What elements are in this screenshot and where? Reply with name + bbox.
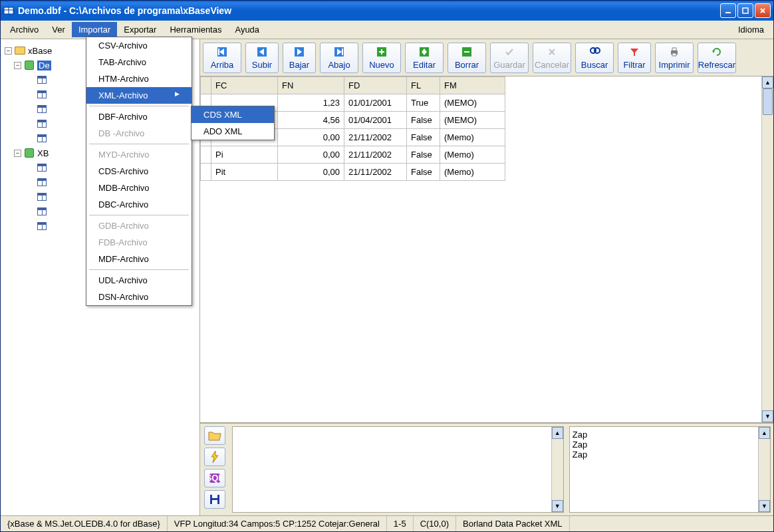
status-format: Borland Data Packet XML <box>456 516 570 531</box>
menu-fdb: FDB-Archivo <box>86 234 192 251</box>
menu-dbf[interactable]: DBF-Archivo <box>86 108 192 125</box>
svg-marker-33 <box>209 432 221 440</box>
menu-xml[interactable]: XML-Archivo <box>86 87 192 104</box>
btn-abajo[interactable]: Abajo <box>320 43 358 73</box>
menu-separator <box>89 144 189 144</box>
table-icon <box>37 118 47 129</box>
menu-htm[interactable]: HTM-Archivo <box>86 70 192 87</box>
menu-separator <box>89 215 189 215</box>
tree-root[interactable]: xBase <box>28 46 52 56</box>
app-icon <box>3 5 14 16</box>
grid-scrollbar[interactable]: ▲ ▼ <box>761 76 773 422</box>
svg-marker-28 <box>630 49 638 56</box>
btn-bajar[interactable]: Bajar <box>283 43 316 73</box>
btn-execute[interactable] <box>204 448 225 466</box>
menu-ayuda[interactable]: Ayuda <box>228 22 266 37</box>
xml-submenu: CDS XML ADO XML <box>191 106 275 140</box>
menu-herramientas[interactable]: Herramientas <box>163 22 228 37</box>
col-fc[interactable]: FC <box>211 77 278 94</box>
table-icon <box>37 74 47 85</box>
menu-tab[interactable]: TAB-Archivo <box>86 54 192 70</box>
menu-separator <box>89 106 189 106</box>
btn-borrar[interactable]: Borrar <box>448 43 486 73</box>
col-fl[interactable]: FL <box>407 77 440 94</box>
scroll-down-icon[interactable]: ▼ <box>762 410 773 422</box>
query-pane[interactable]: ▲▼ <box>232 426 564 513</box>
svg-marker-32 <box>712 51 715 53</box>
output-pane[interactable]: Zap Zap Zap ▲▼ <box>569 426 771 513</box>
menu-cds[interactable]: CDS-Archivo <box>86 163 192 180</box>
search-icon <box>588 45 601 59</box>
table-icon <box>37 206 47 217</box>
submenu-cds-xml[interactable]: CDS XML <box>192 106 274 123</box>
submenu-ado-xml[interactable]: ADO XML <box>192 123 274 140</box>
status-range: 1-5 <box>387 516 414 531</box>
window-title: Demo.dbf - C:\Archivos de programa\xBase… <box>18 5 720 16</box>
menu-dsn[interactable]: DSN-Archivo <box>86 289 192 305</box>
status-engine: {xBase & MS.Jet.OLEDB.4.0 for dBase} <box>1 516 168 531</box>
refresh-icon <box>710 45 723 59</box>
menu-ver[interactable]: Ver <box>45 22 72 37</box>
memo-scrollbar[interactable]: ▲▼ <box>551 427 563 512</box>
btn-buscar[interactable]: Buscar <box>575 43 614 73</box>
btn-savefile[interactable] <box>204 490 225 509</box>
new-icon <box>375 45 388 59</box>
svg-rect-30 <box>672 48 676 51</box>
table-icon <box>37 162 47 173</box>
col-fd[interactable]: FD <box>344 77 407 94</box>
svg-text:SQL: SQL <box>208 473 221 483</box>
btn-nuevo[interactable]: Nuevo <box>362 43 401 73</box>
expand-icon[interactable]: − <box>14 62 21 69</box>
output-line: Zap <box>573 430 767 440</box>
btn-open[interactable] <box>204 426 225 445</box>
btn-subir[interactable]: Subir <box>245 43 279 73</box>
btn-editar[interactable]: Editar <box>405 43 444 73</box>
btn-guardar: Guardar <box>490 43 529 73</box>
expand-icon[interactable]: − <box>14 150 21 157</box>
table-icon <box>37 177 47 188</box>
menu-importar[interactable]: Importar <box>72 22 117 37</box>
menu-myd: MYD-Archivo <box>86 146 192 163</box>
menu-udl[interactable]: UDL-Archivo <box>86 272 192 289</box>
output-line: Zap <box>573 450 767 460</box>
close-button[interactable] <box>755 3 771 18</box>
col-fm[interactable]: FM <box>440 77 505 94</box>
minimize-button[interactable] <box>720 3 736 18</box>
menu-exportar[interactable]: Exportar <box>117 22 163 37</box>
svg-marker-34 <box>211 451 218 463</box>
maximize-button[interactable] <box>737 3 753 18</box>
scroll-thumb[interactable] <box>763 88 773 115</box>
table-icon <box>37 133 47 144</box>
expand-icon[interactable]: − <box>5 47 12 55</box>
btn-imprimir[interactable]: Imprimir <box>655 43 694 73</box>
table-row[interactable]: Pit0,0021/11/2002False(Memo) <box>201 164 505 181</box>
btn-arriba[interactable]: Arriba <box>203 43 241 73</box>
col-fn[interactable]: FN <box>278 77 344 94</box>
btn-cancelar: Cancelar <box>533 43 571 73</box>
edit-icon <box>418 45 431 59</box>
table-row[interactable]: Pi0,0021/11/2002False(Memo) <box>201 146 505 164</box>
btn-sql[interactable]: SQL <box>204 469 225 487</box>
menu-archivo[interactable]: Archivo <box>3 22 45 37</box>
table-icon <box>37 104 47 114</box>
titlebar: Demo.dbf - C:\Archivos de programa\xBase… <box>1 1 773 21</box>
btn-refrescar[interactable]: Refrescar <box>698 43 736 73</box>
diskette-icon <box>209 493 221 505</box>
menu-mdf[interactable]: MDF-Archivo <box>86 251 192 267</box>
memo-scrollbar[interactable]: ▲▼ <box>758 427 770 512</box>
cancel-icon <box>545 45 559 59</box>
menu-idioma[interactable]: Idioma <box>731 22 771 37</box>
database-icon <box>24 60 35 70</box>
svg-rect-38 <box>212 495 217 498</box>
scroll-up-icon[interactable]: ▲ <box>762 76 773 88</box>
menu-mdb[interactable]: MDB-Archivo <box>86 180 192 196</box>
row-marker-header <box>201 77 211 94</box>
table-icon <box>37 192 47 202</box>
tree-item-xb[interactable]: XB <box>37 148 49 158</box>
side-toolbar: SQL <box>200 424 229 515</box>
data-grid[interactable]: FC FN FD FL FM 1,2301/01/2001True(MEMO) … <box>200 76 773 422</box>
tree-item-de[interactable]: De <box>37 61 51 70</box>
menu-csv[interactable]: CSV-Archivo <box>86 37 192 54</box>
btn-filtrar[interactable]: Filtrar <box>618 43 651 73</box>
menu-dbc[interactable]: DBC-Archivo <box>86 196 192 213</box>
